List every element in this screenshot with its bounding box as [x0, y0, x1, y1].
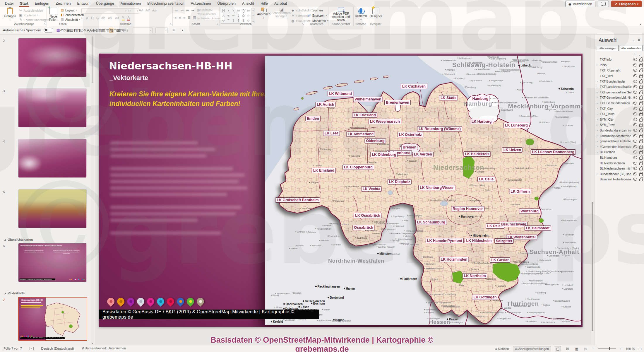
align-left-icon[interactable]: ≡ [174, 16, 177, 20]
fit-to-window-icon[interactable]: ⊡ [638, 347, 642, 351]
ribbon-tab[interactable]: Datei [2, 1, 17, 6]
selection-pane-item[interactable]: › Bundeslandgrenzen mit Ho... [595, 128, 644, 133]
slide-subtitle[interactable]: _Vektorkarte [109, 74, 148, 82]
map-pin-icon[interactable] [165, 296, 176, 307]
font-size-combo[interactable]: 18▾ [127, 8, 139, 14]
visibility-eye-icon[interactable] [633, 129, 637, 132]
shadow-button[interactable]: ab [101, 16, 105, 20]
visibility-eye-icon[interactable] [633, 156, 637, 159]
arrange-button[interactable]: Anordnen▾ [256, 8, 272, 22]
dialog-launcher-icon[interactable]: ↘ [44, 23, 46, 25]
unlock-icon[interactable] [639, 113, 643, 116]
expand-icon[interactable]: › [597, 151, 597, 154]
dialog-launcher-icon[interactable]: ↘ [169, 23, 172, 25]
ribbon-tab[interactable]: Überprüfen [214, 1, 239, 6]
district-label[interactable]: LK Diepholz [388, 179, 412, 184]
selection-pane-item[interactable]: BL Hamburg [595, 155, 644, 160]
visibility-eye-icon[interactable] [633, 58, 637, 61]
quick-icon[interactable]: ▤ [70, 28, 73, 33]
expand-icon[interactable]: › [597, 80, 597, 83]
notes-button[interactable]: ≡ Notizen [495, 347, 509, 351]
district-label[interactable]: LK Northeim [463, 273, 487, 278]
selection-pane-item[interactable]: BL Niedersachsen mit Nord... [595, 166, 644, 171]
visibility-eye-icon[interactable] [633, 162, 637, 165]
close-icon[interactable]: ✕ [638, 38, 640, 42]
quick-icon[interactable]: ⊞ [117, 28, 120, 33]
visibility-eye-icon[interactable] [633, 145, 637, 148]
columns-icon[interactable]: ▥ [193, 16, 196, 20]
share-button[interactable]: ↗Freigeben▾ [611, 1, 642, 7]
vector-map[interactable]: Schleswig-Holstein Mecklenburg-Vorpommer… [265, 56, 581, 325]
district-label[interactable]: LK Hildesheim [465, 238, 493, 243]
unlock-icon[interactable] [639, 64, 643, 67]
district-label[interactable]: Bremen [401, 145, 418, 150]
visibility-eye-icon[interactable] [633, 167, 637, 170]
district-label[interactable]: LK Vechta [361, 186, 382, 192]
unlock-icon[interactable] [639, 151, 643, 154]
selection-pane-item[interactable]: › BL Bremen [595, 149, 644, 155]
highlight-color-icon[interactable]: ✎ [122, 16, 125, 20]
district-label[interactable]: LK Helmstedt [525, 225, 551, 231]
district-label[interactable]: LK Heidekreis [463, 151, 491, 157]
ribbon-tab[interactable]: Ansicht [239, 1, 257, 6]
italic-button[interactable]: K [86, 16, 88, 20]
district-label[interactable]: LK Emsland [312, 168, 336, 173]
bullets-icon[interactable]: ≔ [174, 8, 178, 12]
hide-all-button[interactable]: Alle ausblenden [620, 45, 643, 51]
selection-pane-item[interactable]: › TXT Gemeiden Lfd.-Nr. [595, 95, 644, 100]
district-label[interactable]: Wilhelmshaven [353, 97, 383, 102]
quick-icon[interactable]: ◫ [105, 28, 109, 33]
selection-pane-item[interactable]: › SYM_City [595, 117, 644, 122]
visibility-eye-icon[interactable] [633, 151, 637, 153]
quick-icon[interactable]: ↻ [63, 28, 66, 33]
qat-font-combo[interactable]: ▾ [133, 28, 153, 33]
indent-decrease-icon[interactable]: ⇤ [186, 8, 189, 12]
district-label[interactable]: LK Cuxhaven [401, 84, 427, 89]
quick-icon[interactable]: ✎ [84, 28, 87, 33]
font-name-combo[interactable]: ▾ [81, 8, 128, 14]
expand-icon[interactable]: › [597, 172, 597, 175]
quick-icon[interactable]: ▧ [109, 28, 113, 33]
ribbon-tab[interactable]: Bildschirmpräsentation [144, 1, 187, 6]
quick-icon[interactable]: ◨ [77, 28, 80, 33]
expand-icon[interactable]: › [597, 63, 597, 66]
selection-pane-item[interactable]: › PINS [595, 62, 644, 68]
unlock-icon[interactable] [639, 75, 643, 78]
slide-thumbnail-2[interactable] [18, 38, 87, 77]
designer-button[interactable]: Designer [368, 8, 383, 22]
visibility-eye-icon[interactable] [633, 69, 637, 72]
char-spacing-icon[interactable]: AV [108, 16, 112, 20]
district-label[interactable]: LK Grafschaft Bentheim [275, 197, 320, 203]
slide-thumbnail-5[interactable] [18, 189, 87, 228]
district-label[interactable]: Salzgitter [494, 238, 514, 244]
quick-icon[interactable]: ◇ [81, 28, 84, 33]
selection-pane-item[interactable]: TXT_Copyright [595, 68, 644, 73]
expand-icon[interactable]: › [597, 96, 597, 99]
district-label[interactable]: LK Wittmund [328, 91, 353, 96]
map-pin-icon[interactable] [195, 296, 205, 307]
quick-icon[interactable]: ⊙ [95, 28, 98, 33]
unlock-icon[interactable] [639, 135, 643, 138]
quick-icon[interactable]: ⋮ [126, 28, 130, 33]
format-painter-button[interactable]: ✎Format übertragen [19, 18, 49, 22]
line-spacing-quick-icon[interactable]: ≡ [171, 28, 177, 33]
quick-icon[interactable]: ▨ [102, 28, 105, 33]
quick-icon[interactable]: ⊕ [92, 28, 95, 33]
new-slide-button[interactable]: NeueFolie ▾ [47, 8, 60, 22]
collapse-ribbon-icon[interactable]: ▴ [640, 23, 641, 25]
district-label[interactable]: LK Harburg [470, 119, 493, 124]
visibility-eye-icon[interactable] [633, 85, 637, 88]
visibility-eye-icon[interactable] [633, 91, 637, 94]
district-label[interactable]: LK Göttingen [472, 295, 498, 300]
visibility-eye-icon[interactable] [633, 74, 637, 77]
scrollbar-thumb[interactable] [592, 202, 593, 331]
indent-increase-icon[interactable]: ⇥ [191, 8, 194, 12]
visibility-eye-icon[interactable] [633, 107, 637, 110]
district-label[interactable]: LK Ammerland [346, 131, 375, 137]
unlock-icon[interactable] [639, 146, 643, 149]
district-label[interactable]: LK Wesermarsch [369, 119, 401, 124]
font-color-icon[interactable]: A [127, 16, 130, 20]
visibility-eye-icon[interactable] [633, 102, 637, 105]
visibility-eye-icon[interactable] [633, 112, 637, 115]
dictate-button[interactable]: Diktieren▾ [354, 8, 368, 22]
